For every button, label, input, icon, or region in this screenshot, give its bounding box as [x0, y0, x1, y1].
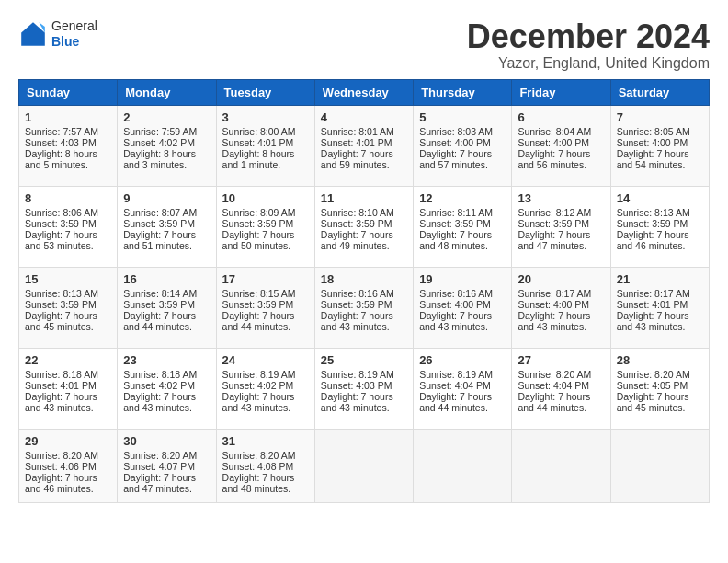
cell-line: Daylight: 7 hours — [25, 229, 111, 240]
cell-line: and 43 minutes. — [321, 321, 407, 332]
cell-line: Sunset: 4:00 PM — [419, 137, 506, 148]
cell-line: Daylight: 7 hours — [518, 391, 604, 402]
day-number: 3 — [222, 110, 309, 124]
cell-line: Daylight: 8 hours — [222, 148, 309, 159]
cell-line: and 43 minutes. — [419, 321, 506, 332]
weekday-header-tuesday: Tuesday — [216, 79, 314, 105]
day-number: 27 — [518, 353, 604, 367]
cell-line: Sunset: 4:04 PM — [419, 380, 506, 391]
cell-line: Sunset: 3:59 PM — [518, 218, 604, 229]
cell-line: and 46 minutes. — [25, 483, 111, 494]
calendar-cell: 22Sunrise: 8:18 AMSunset: 4:01 PMDayligh… — [19, 348, 118, 429]
cell-line: Sunrise: 7:59 AM — [123, 126, 210, 137]
day-number: 11 — [321, 191, 407, 205]
cell-line: Sunset: 3:59 PM — [123, 299, 210, 310]
cell-line: and 47 minutes. — [518, 240, 604, 251]
page-header: General Blue December 2024 Yazor, Englan… — [18, 18, 710, 72]
title-section: December 2024 Yazor, England, United Kin… — [467, 18, 710, 72]
cell-line: Daylight: 7 hours — [123, 391, 210, 402]
logo-general-text: General — [51, 18, 97, 34]
cell-line: Sunrise: 8:18 AM — [123, 369, 210, 380]
cell-line: Daylight: 7 hours — [518, 148, 604, 159]
cell-line: and 47 minutes. — [123, 483, 210, 494]
cell-line: Sunset: 4:00 PM — [518, 299, 604, 310]
cell-line: and 59 minutes. — [321, 159, 407, 170]
calendar-cell: 12Sunrise: 8:11 AMSunset: 3:59 PMDayligh… — [414, 186, 512, 267]
day-number: 8 — [25, 191, 111, 205]
cell-line: Sunset: 4:00 PM — [617, 137, 703, 148]
cell-line: Sunset: 4:06 PM — [25, 461, 111, 472]
cell-line: Daylight: 7 hours — [222, 391, 309, 402]
calendar-cell: 28Sunrise: 8:20 AMSunset: 4:05 PMDayligh… — [610, 348, 709, 429]
cell-line: Daylight: 7 hours — [25, 391, 111, 402]
cell-line: Sunrise: 8:01 AM — [321, 126, 407, 137]
calendar-cell: 13Sunrise: 8:12 AMSunset: 3:59 PMDayligh… — [512, 186, 610, 267]
cell-line: Sunset: 4:01 PM — [25, 380, 111, 391]
cell-line: Daylight: 7 hours — [123, 229, 210, 240]
cell-line: and 54 minutes. — [617, 159, 703, 170]
cell-line: and 48 minutes. — [222, 483, 309, 494]
day-number: 13 — [518, 191, 604, 205]
cell-line: Sunset: 4:02 PM — [123, 137, 210, 148]
cell-line: Sunset: 3:59 PM — [222, 299, 309, 310]
cell-line: Sunrise: 8:09 AM — [222, 207, 309, 218]
calendar-cell: 7Sunrise: 8:05 AMSunset: 4:00 PMDaylight… — [610, 105, 709, 186]
cell-line: Sunset: 4:02 PM — [123, 380, 210, 391]
cell-line: and 43 minutes. — [25, 402, 111, 413]
cell-line: and 1 minute. — [222, 159, 309, 170]
calendar-cell: 11Sunrise: 8:10 AMSunset: 3:59 PMDayligh… — [314, 186, 413, 267]
cell-line: Daylight: 7 hours — [321, 310, 407, 321]
cell-line: and 5 minutes. — [25, 159, 111, 170]
cell-line: Sunset: 4:03 PM — [321, 380, 407, 391]
cell-line: and 51 minutes. — [123, 240, 210, 251]
calendar-cell: 10Sunrise: 8:09 AMSunset: 3:59 PMDayligh… — [216, 186, 314, 267]
cell-line: Daylight: 7 hours — [419, 148, 506, 159]
calendar-cell: 4Sunrise: 8:01 AMSunset: 4:01 PMDaylight… — [314, 105, 413, 186]
cell-line: Sunset: 4:08 PM — [222, 461, 309, 472]
location-text: Yazor, England, United Kingdom — [467, 55, 710, 72]
month-title: December 2024 — [467, 18, 710, 55]
cell-line: Sunset: 3:59 PM — [321, 218, 407, 229]
weekday-header-wednesday: Wednesday — [314, 79, 413, 105]
calendar-cell: 1Sunrise: 7:57 AMSunset: 4:03 PMDaylight… — [19, 105, 118, 186]
cell-line: and 43 minutes. — [123, 402, 210, 413]
day-number: 21 — [617, 272, 703, 286]
cell-line: Sunrise: 8:20 AM — [123, 450, 210, 461]
day-number: 28 — [617, 353, 703, 367]
cell-line: Sunset: 3:59 PM — [419, 218, 506, 229]
calendar-table: SundayMondayTuesdayWednesdayThursdayFrid… — [18, 79, 710, 503]
cell-line: Daylight: 8 hours — [25, 148, 111, 159]
cell-line: Daylight: 7 hours — [617, 229, 703, 240]
cell-line: Daylight: 7 hours — [321, 229, 407, 240]
cell-line: Sunset: 3:59 PM — [321, 299, 407, 310]
cell-line: Sunrise: 8:04 AM — [518, 126, 604, 137]
cell-line: Sunrise: 7:57 AM — [25, 126, 111, 137]
cell-line: and 49 minutes. — [321, 240, 407, 251]
cell-line: Sunrise: 8:20 AM — [518, 369, 604, 380]
cell-line: Sunrise: 8:20 AM — [617, 369, 703, 380]
calendar-cell: 8Sunrise: 8:06 AMSunset: 3:59 PMDaylight… — [19, 186, 118, 267]
weekday-header-saturday: Saturday — [610, 79, 709, 105]
weekday-header-sunday: Sunday — [19, 79, 118, 105]
calendar-cell — [512, 429, 610, 502]
cell-line: Daylight: 7 hours — [123, 472, 210, 483]
cell-line: Sunrise: 8:12 AM — [518, 207, 604, 218]
day-number: 20 — [518, 272, 604, 286]
cell-line: Sunrise: 8:03 AM — [419, 126, 506, 137]
day-number: 14 — [617, 191, 703, 205]
day-number: 1 — [25, 110, 111, 124]
cell-line: Sunrise: 8:15 AM — [222, 288, 309, 299]
calendar-cell: 17Sunrise: 8:15 AMSunset: 3:59 PMDayligh… — [216, 267, 314, 348]
cell-line: Sunset: 3:59 PM — [617, 218, 703, 229]
cell-line: Sunrise: 8:16 AM — [321, 288, 407, 299]
calendar-cell: 20Sunrise: 8:17 AMSunset: 4:00 PMDayligh… — [512, 267, 610, 348]
cell-line: Sunrise: 8:14 AM — [123, 288, 210, 299]
calendar-cell: 21Sunrise: 8:17 AMSunset: 4:01 PMDayligh… — [610, 267, 709, 348]
day-number: 30 — [123, 434, 210, 448]
cell-line: Sunrise: 8:10 AM — [321, 207, 407, 218]
cell-line: Sunset: 4:07 PM — [123, 461, 210, 472]
calendar-cell: 31Sunrise: 8:20 AMSunset: 4:08 PMDayligh… — [216, 429, 314, 502]
calendar-cell: 6Sunrise: 8:04 AMSunset: 4:00 PMDaylight… — [512, 105, 610, 186]
cell-line: and 57 minutes. — [419, 159, 506, 170]
calendar-cell: 25Sunrise: 8:19 AMSunset: 4:03 PMDayligh… — [314, 348, 413, 429]
